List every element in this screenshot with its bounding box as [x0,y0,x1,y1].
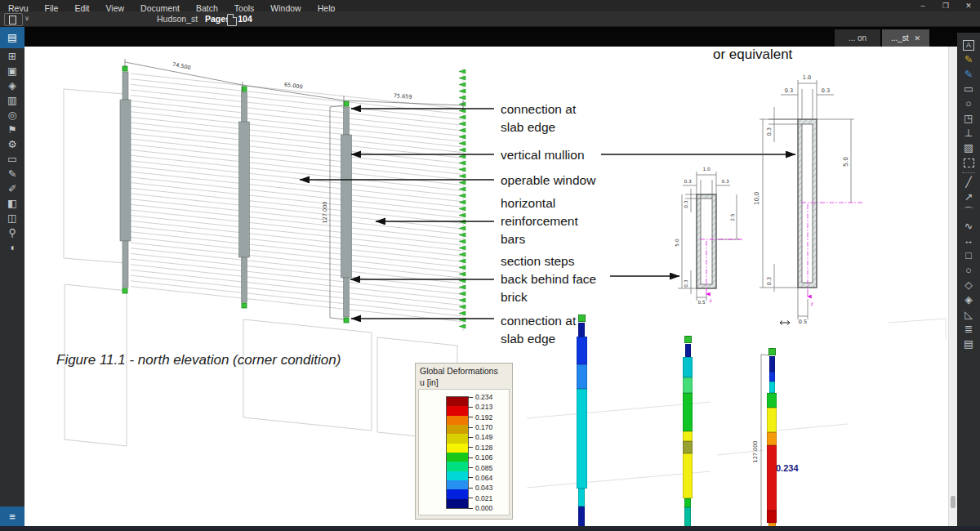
measurements-panel-icon[interactable]: ▭ [0,154,24,166]
document-scrollbar[interactable] [948,47,957,526]
deformation-segment [767,432,777,445]
tab-close-icon[interactable]: ✕ [915,34,921,42]
svg-text:10.0: 10.0 [753,191,760,205]
legend-value: 0.149 [468,433,492,441]
pdf-page-canvas[interactable]: 74.500 65.000 75.659 127.000 [24,47,948,526]
polyline-tool-icon[interactable]: ∿ [957,221,980,233]
deformation-segment [683,377,693,393]
document-toolbar: ∨ Hudson_st Pages: 104 [0,11,980,27]
scrollbar-thumb[interactable] [951,496,956,508]
deformation-column [765,348,778,526]
tab-document-2[interactable]: ..._st✕ [882,29,929,47]
deformation-column [575,315,588,526]
legend-color-band [447,462,468,471]
deformation-segment [683,431,693,441]
measure-area-tool-icon[interactable]: ≣ [957,324,980,336]
image-tool-icon[interactable]: ▨ [957,142,980,154]
note-tool-icon[interactable]: ▭ [957,83,980,96]
document-name: Hudson_st [157,14,198,24]
support-marker [768,348,776,355]
deformation-segment [768,523,776,526]
legend-color-band [447,499,468,508]
deformation-segment [767,408,777,432]
legend-value: 0.106 [468,453,492,462]
stamp-tool-icon[interactable]: ⊥ [957,127,980,140]
left-panel-bar: ▤⊞▣◈▥◎⚑⚙▭✎✐◧◫⚲◖ ≡ [0,27,24,526]
deformation-segment [769,372,775,382]
mullion-section-small: 1.0 0.3 0.3 0.3 5.0 2.5 0.3 [675,167,743,305]
deformation-segment [767,393,777,408]
legend-value: 0.085 [468,464,492,472]
callout-vertical-mullion: vertical mullion [501,146,585,164]
deformation-segment [578,489,585,506]
tab-document-1[interactable]: ... on [835,29,880,47]
chevron-down-icon[interactable]: ∨ [24,13,29,25]
legend-color-band [447,425,468,434]
restore-icon[interactable]: ❐ [934,0,957,11]
legend-unit: u [in] [420,377,439,387]
global-deformations-legend: Global Deformations u [in] 0.2340.2130.1… [415,363,513,520]
tool-chest-panel-icon[interactable]: ▥ [0,95,24,107]
search-panel-icon[interactable]: ⚲ [0,227,24,239]
right-tool-bar: A✎✎▭○◳⊥▨╱↗⌒∿↔□○◇◈◺≣▤ [957,33,980,526]
new-page-icon[interactable] [227,14,237,26]
dimension-tool-icon[interactable]: ↔ [957,235,980,248]
polyline-cutout-tool-icon[interactable]: ◺ [957,309,980,321]
deformation-segment [577,337,587,364]
layers-panel-icon[interactable]: ◈ [0,80,24,92]
line-tool-icon[interactable]: ╱ [957,176,980,189]
document-menu-button[interactable] [4,13,23,26]
signatures-panel-icon[interactable]: ✐ [0,183,24,195]
polygon-shape-tool-icon[interactable]: ○ [957,98,980,110]
callout-connection-slab-edge-top: connection at slab edge [501,100,576,136]
menu-bar: RevuFileEditViewDocumentBatchToolsWindow… [0,0,980,11]
legend-title: Global Deformations [420,366,498,376]
highlighter-tool-icon[interactable]: ✎ [957,54,980,66]
tags-panel-icon[interactable]: ◧ [0,198,24,210]
legend-value: 0.213 [468,403,492,411]
thumbnails-panel-icon[interactable]: ⊞ [0,51,24,63]
svg-text:5.0: 5.0 [842,157,849,167]
arc-tool-icon[interactable]: ⌒ [957,206,980,218]
legend-color-band [447,471,468,480]
tab-strip: ... on ..._st✕ [24,27,980,47]
legend-color-band [447,480,468,489]
properties-panel-icon[interactable]: ⚙ [0,139,24,151]
hatch-tool-icon[interactable]: ▤ [957,338,980,350]
measurement-cursor-icon [780,321,790,325]
legend-color-band [447,397,468,406]
deformation-segment [578,506,585,526]
flags-panel-icon[interactable]: ⚑ [0,124,24,136]
snapshot-tool-icon[interactable] [957,157,980,169]
markup-list-icon[interactable]: ≡ [0,506,24,526]
deformation-segment [685,344,691,357]
polygon-tool-icon[interactable]: ◇ [957,279,980,292]
pen-tool-icon[interactable]: ✎ [957,69,980,81]
minimize-icon[interactable]: – [911,0,934,11]
document-info: Hudson_st Pages: 104 [157,11,252,27]
studio-panel-icon[interactable]: ◖ [0,242,24,254]
bookmarks-panel-icon[interactable]: ▣ [0,65,24,78]
text-tool-icon[interactable]: A [957,39,980,51]
file-save-panel-icon[interactable]: ◫ [0,212,24,225]
rectangle-tool-icon[interactable]: □ [957,250,980,262]
markups-panel-icon[interactable]: ✎ [0,168,24,181]
deformation-segment [767,445,777,511]
svg-text:0.3: 0.3 [721,179,729,184]
svg-text:0.5: 0.5 [799,319,807,325]
legend-value: 0.192 [468,413,492,422]
close-icon[interactable]: ✕ [957,0,980,11]
mullion-section-large: 1.0 0.3 0.3 0.3 10.0 5.0 0.3 [753,74,864,325]
deformation-column [681,336,694,526]
polygon-cutout-tool-icon[interactable]: ◈ [957,294,980,306]
callout-tool-icon[interactable]: ◳ [957,113,980,125]
ellipse-tool-icon[interactable]: ○ [957,265,980,277]
revu-application-window: RevuFileEditViewDocumentBatchToolsWindow… [0,0,980,531]
svg-text:0.3: 0.3 [766,127,773,136]
file-access-panel-icon[interactable]: ▤ [0,27,24,48]
arrow-tool-icon[interactable]: ↗ [957,191,980,203]
deformation-segment [683,441,693,453]
dim-elevation-height: 127.000 [322,202,328,224]
spaces-panel-icon[interactable]: ◎ [0,109,24,122]
svg-text:0.3: 0.3 [766,277,773,285]
